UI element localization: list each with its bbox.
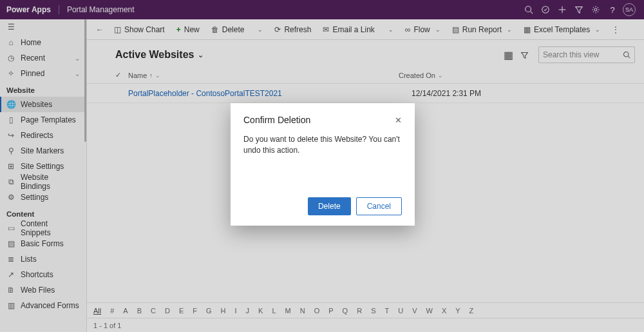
cancel-button[interactable]: Cancel [356, 197, 402, 215]
dialog-title: Confirm Deletion [243, 115, 395, 125]
close-icon[interactable]: ✕ [395, 115, 402, 125]
delete-button[interactable]: Delete [308, 197, 351, 215]
dialog-body: Do you want to delete this Website? You … [243, 134, 402, 156]
confirm-delete-dialog: Confirm Deletion ✕ Do you want to delete… [231, 103, 415, 226]
